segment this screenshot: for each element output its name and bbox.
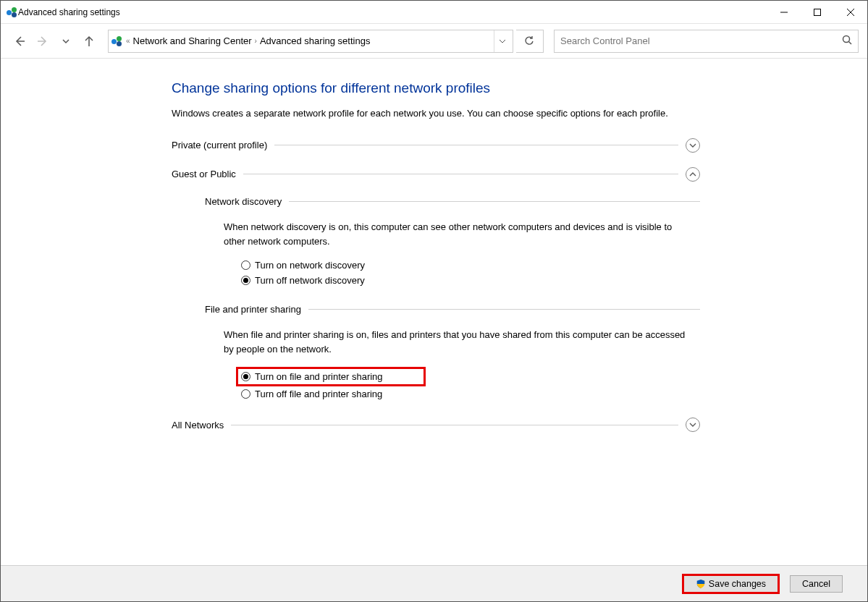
divider [289,201,700,202]
divider [243,174,678,174]
search-input[interactable] [560,35,842,46]
radio-fs-on-label: Turn on file and printer sharing [255,371,383,382]
titlebar: Advanced sharing settings [1,1,867,24]
search-icon[interactable] [842,35,852,47]
divider [231,425,678,425]
page-subtitle: Windows creates a separate network profi… [172,106,700,121]
window-controls [767,1,867,23]
chevron-up-icon[interactable] [686,167,700,182]
network-discovery-title: Network discovery [205,196,282,207]
maximize-button[interactable] [801,1,834,23]
profile-guest-label: Guest or Public [172,169,236,179]
cancel-button[interactable]: Cancel [790,575,843,593]
shield-icon [696,579,706,589]
app-icon [7,7,18,18]
chevron-right-icon: › [255,37,257,45]
radio-fs-on[interactable]: Turn on file and printer sharing [236,367,426,386]
file-sharing-desc: When file and printer sharing is on, fil… [224,328,687,357]
svg-line-8 [849,42,852,45]
breadcrumb-seg2[interactable]: Advanced sharing settings [260,35,370,46]
address-dropdown[interactable] [494,30,510,52]
breadcrumb-seg1[interactable]: Network and Sharing Center [133,35,252,46]
close-button[interactable] [834,1,867,23]
radio-fs-off-label: Turn off file and printer sharing [255,389,382,399]
footer: Save changes Cancel [1,565,867,601]
network-discovery-desc: When network discovery is on, this compu… [224,220,687,249]
file-sharing-section: File and printer sharing When file and p… [205,304,700,400]
radio-nd-off[interactable]: Turn off network discovery [240,274,700,287]
toolbar: « Network and Sharing Center › Advanced … [1,24,867,59]
address-bar[interactable]: « Network and Sharing Center › Advanced … [108,30,513,53]
chevron-down-icon[interactable] [686,417,700,432]
radio-fs-off[interactable]: Turn off file and printer sharing [240,388,700,400]
radio-icon [241,260,250,270]
location-icon [111,35,123,47]
chevron-down-icon[interactable] [686,138,700,153]
profile-all-header[interactable]: All Networks [172,417,700,432]
window-title: Advanced sharing settings [18,7,120,17]
radio-nd-on[interactable]: Turn on network discovery [240,259,700,271]
divider [274,145,678,145]
profile-private-header[interactable]: Private (current profile) [172,138,700,153]
svg-point-7 [843,36,850,43]
radio-nd-on-label: Turn on network discovery [255,260,365,271]
radio-icon [241,372,250,381]
search-box[interactable] [554,30,859,53]
profile-private-label: Private (current profile) [172,140,267,150]
save-changes-button[interactable]: Save changes [682,574,780,594]
page-title: Change sharing options for different net… [172,80,700,96]
radio-nd-off-label: Turn off network discovery [255,275,365,286]
content-area: Change sharing options for different net… [1,59,867,565]
profile-all-label: All Networks [172,420,224,431]
divider [308,309,700,310]
minimize-button[interactable] [767,1,801,23]
up-button[interactable] [79,31,99,51]
back-button[interactable] [9,31,30,51]
chevron-left-icon: « [126,37,130,45]
recent-locations-button[interactable] [56,31,76,51]
refresh-button[interactable] [516,30,544,53]
profile-guest-header[interactable]: Guest or Public [172,167,700,182]
forward-button[interactable] [33,31,53,51]
radio-icon [241,276,250,285]
radio-icon [241,389,250,399]
save-changes-label: Save changes [709,579,766,589]
network-discovery-section: Network discovery When network discovery… [205,196,700,287]
svg-rect-1 [814,9,821,15]
cancel-label: Cancel [802,579,830,589]
file-sharing-title: File and printer sharing [205,304,301,315]
